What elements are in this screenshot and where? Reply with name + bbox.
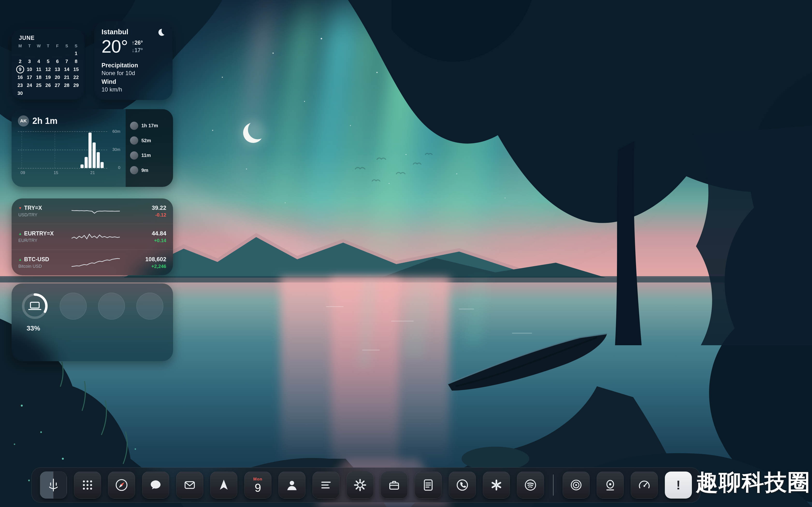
stock-name: Bitcoin USD (18, 264, 69, 269)
dock: Mon 9 (32, 467, 700, 503)
calendar-widget[interactable]: JUNE MTWTFSS 123456789101112131415161718… (12, 29, 85, 100)
calendar-month: JUNE (19, 35, 81, 41)
stock-sparkline (71, 205, 120, 218)
dock-icon-calendar[interactable]: Mon 9 (244, 471, 271, 499)
stock-change: +0.14 (152, 238, 166, 243)
battery-percent: 33% (27, 325, 163, 332)
stock-price: 44.84 (152, 230, 166, 237)
app-grid-icon (80, 477, 95, 493)
calendar-day: 21 (62, 73, 71, 81)
battery-empty-slot (60, 293, 87, 320)
weather-precip-label: Precipitation (101, 61, 165, 69)
calendar-day: 4 (34, 57, 44, 65)
calendar-day-empty (53, 50, 62, 57)
phone-bubble-icon (455, 477, 470, 493)
calendar-day-empty (71, 89, 81, 97)
dock-icon-messages[interactable] (142, 471, 169, 499)
desktop: JUNE MTWTFSS 123456789101112131415161718… (0, 0, 812, 507)
calendar-day: 29 (71, 81, 81, 89)
x-tick: 09 (20, 170, 25, 175)
screen-time-chart: 60m 30m 0 09 15 21 (18, 130, 121, 175)
screen-time-app-row: 1h 17m (130, 122, 169, 130)
dock-calendar-weekday: Mon (253, 477, 262, 481)
person-icon (284, 477, 300, 493)
calendar-day: 18 (34, 73, 44, 81)
dock-icon-chatgpt[interactable] (483, 471, 510, 499)
app-icon (130, 166, 138, 174)
dock-icon-utilities[interactable] (380, 471, 408, 499)
stock-row[interactable]: ▲EURTRY=XEUR/TRY44.84+0.14 (12, 224, 173, 249)
dock-icon-finder[interactable] (40, 471, 67, 499)
calendar-day: 5 (44, 57, 53, 65)
envelope-icon (182, 477, 197, 493)
calendar-weekday: S (62, 44, 71, 49)
trend-arrow-icon: ▼ (18, 206, 22, 210)
moon-icon (157, 28, 165, 37)
dock-icon-safari[interactable] (108, 471, 135, 499)
x-tick: 21 (90, 170, 95, 175)
y-tick: 0 (118, 165, 120, 170)
calendar-day-empty (62, 50, 71, 57)
battery-widget[interactable]: 33% (12, 283, 173, 361)
calendar-day-empty (44, 89, 53, 97)
dock-icon-launchpad[interactable] (74, 471, 101, 499)
calendar-day-empty (44, 50, 53, 57)
knot-logo-icon (489, 477, 504, 493)
gridline (55, 131, 55, 168)
dock-icon-notes[interactable] (415, 471, 442, 499)
x-tick: 15 (54, 170, 58, 175)
dock-icon-gauge[interactable] (631, 471, 658, 499)
stock-quote: 39.22-0.12 (152, 205, 166, 218)
screen-time-bar (101, 162, 104, 168)
calendar-day: 11 (34, 65, 44, 73)
weather-precip-value: None for 10d (101, 69, 165, 77)
dock-icon-spotify[interactable] (517, 471, 544, 499)
stock-name: USD/TRY (18, 213, 69, 218)
weather-wind-value: 10 km/h (101, 86, 165, 94)
dock-icon-reminders[interactable] (312, 471, 340, 499)
stock-quote: 44.84+0.14 (152, 230, 166, 243)
dock-icon-settings[interactable] (347, 471, 373, 499)
dock-icon-homepod[interactable] (597, 471, 624, 499)
screen-time-app-row: 11m (130, 151, 169, 160)
gridline (21, 131, 22, 168)
calendar-weekday: T (25, 44, 34, 49)
calendar-day: 15 (71, 65, 81, 73)
stocks-widget[interactable]: ▼TRY=XUSD/TRY39.22-0.12▲EURTRY=XEUR/TRY4… (12, 199, 173, 275)
screen-time-widget[interactable]: AK 2h 1m 60m 30m 0 09 (12, 109, 173, 187)
weather-widget[interactable]: Istanbul 20° ↑26° ↓17° Precipitation Non… (94, 21, 172, 100)
gridline (18, 168, 107, 169)
dock-icon-whatsapp[interactable] (449, 471, 476, 499)
calendar-day: 20 (53, 73, 62, 81)
dock-separator (553, 474, 554, 496)
concentric-rings-icon (568, 477, 584, 493)
dock-icon-rings-app[interactable] (563, 471, 590, 499)
app-icon (130, 122, 138, 130)
speedometer-icon (637, 477, 652, 493)
sound-waves-icon (523, 477, 538, 493)
app-icon (130, 136, 138, 145)
weather-city: Istanbul (101, 28, 128, 36)
stock-change: -0.12 (152, 212, 166, 218)
calendar-day: 25 (34, 81, 44, 89)
laptop-icon (29, 302, 41, 309)
dock-icon-navigation[interactable] (210, 471, 237, 499)
stock-symbol: TRY=X (24, 205, 42, 211)
dock-icon-mail[interactable] (176, 471, 203, 499)
calendar-day: 14 (62, 65, 71, 73)
stock-sparkline (71, 230, 120, 243)
calendar-day-empty (25, 50, 34, 57)
y-tick: 30m (112, 147, 120, 152)
speech-bubble-icon (148, 477, 163, 493)
compass-icon (114, 477, 129, 493)
calendar-day: 30 (15, 89, 25, 97)
calendar-day: 27 (53, 81, 62, 89)
battery-empty-slot (98, 293, 125, 320)
calendar-day: 24 (25, 81, 34, 89)
stock-row[interactable]: ▲BTC-USDBitcoin USD108,602+2,246 (12, 249, 173, 275)
gridline (18, 131, 107, 132)
dock-icon-alert[interactable]: ! (665, 471, 692, 499)
dock-icon-contacts[interactable] (278, 471, 305, 499)
stock-row[interactable]: ▼TRY=XUSD/TRY39.22-0.12 (12, 199, 173, 224)
calendar-day: 28 (62, 81, 71, 89)
